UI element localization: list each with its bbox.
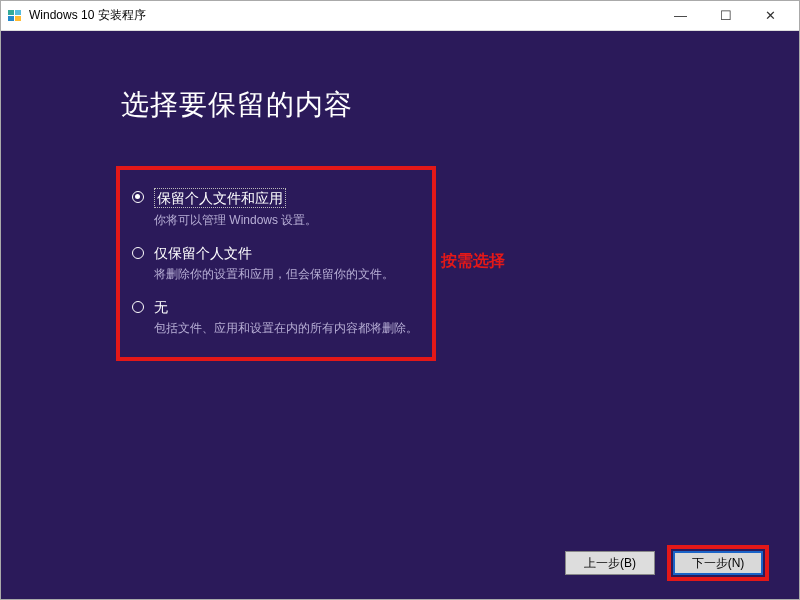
window-title: Windows 10 安装程序 [29, 7, 146, 24]
option-keep-files-apps[interactable]: 保留个人文件和应用 你将可以管理 Windows 设置。 [132, 188, 420, 228]
option-desc: 包括文件、应用和设置在内的所有内容都将删除。 [154, 320, 420, 336]
titlebar: Windows 10 安装程序 — ☐ ✕ [1, 1, 799, 31]
page-heading: 选择要保留的内容 [121, 86, 353, 124]
option-desc: 将删除你的设置和应用，但会保留你的文件。 [154, 266, 420, 282]
minimize-button[interactable]: — [658, 1, 703, 31]
option-nothing[interactable]: 无 包括文件、应用和设置在内的所有内容都将删除。 [132, 298, 420, 336]
next-button-highlight: 下一步(N) [667, 545, 769, 581]
option-label: 无 [154, 299, 168, 315]
svg-rect-1 [15, 10, 21, 15]
svg-rect-0 [8, 10, 14, 15]
options-group-highlight: 保留个人文件和应用 你将可以管理 Windows 设置。 仅保留个人文件 将删除… [116, 166, 436, 361]
option-label: 保留个人文件和应用 [154, 188, 286, 208]
annotation-text: 按需选择 [441, 251, 505, 272]
svg-rect-3 [15, 16, 21, 21]
app-icon [7, 8, 23, 24]
client-area: 选择要保留的内容 保留个人文件和应用 你将可以管理 Windows 设置。 仅保… [1, 31, 799, 599]
wizard-buttons: 上一步(B) 下一步(N) [565, 545, 769, 581]
installer-window: Windows 10 安装程序 — ☐ ✕ 选择要保留的内容 保留个人文件和应用… [0, 0, 800, 600]
option-label: 仅保留个人文件 [154, 245, 252, 261]
next-button[interactable]: 下一步(N) [673, 551, 763, 575]
back-button[interactable]: 上一步(B) [565, 551, 655, 575]
close-button[interactable]: ✕ [748, 1, 793, 31]
option-keep-files-only[interactable]: 仅保留个人文件 将删除你的设置和应用，但会保留你的文件。 [132, 244, 420, 282]
maximize-button[interactable]: ☐ [703, 1, 748, 31]
radio-icon [132, 301, 144, 313]
option-desc: 你将可以管理 Windows 设置。 [154, 212, 420, 228]
radio-icon [132, 247, 144, 259]
radio-icon [132, 191, 144, 203]
svg-rect-2 [8, 16, 14, 21]
